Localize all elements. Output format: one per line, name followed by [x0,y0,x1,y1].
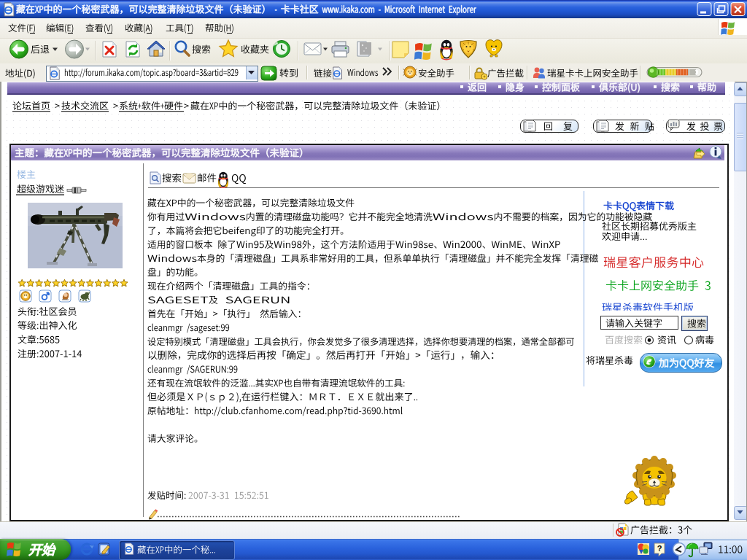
svg-text:?: ? [657,544,662,553]
